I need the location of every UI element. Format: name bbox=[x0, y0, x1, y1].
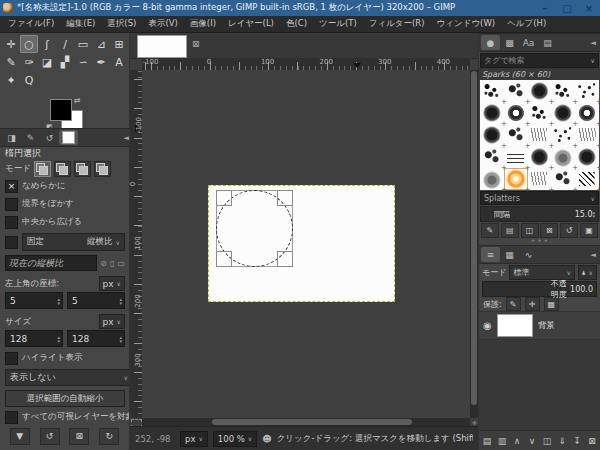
duplicate-layer-button[interactable]: ◫ bbox=[540, 434, 554, 447]
position-x-spinner[interactable]: 5 ▴▾ bbox=[5, 292, 63, 309]
foreground-color-swatch[interactable] bbox=[50, 99, 72, 121]
close-button[interactable]: × bbox=[578, 0, 600, 16]
landscape-icon[interactable]: ▭ bbox=[117, 259, 125, 268]
guides-dropdown[interactable]: 表示しない ∨ bbox=[5, 369, 133, 386]
brush-tag-entry[interactable]: Splatters ∨ bbox=[480, 191, 599, 205]
tool-zoom[interactable]: Q bbox=[20, 71, 38, 89]
layer-row[interactable]: ◉ 背景 bbox=[479, 311, 600, 340]
spin-down-icon[interactable]: ▾ bbox=[119, 301, 122, 305]
spin-down-icon[interactable]: ▾ bbox=[592, 214, 595, 218]
mode-subtract-button[interactable] bbox=[74, 161, 91, 177]
unit-dropdown[interactable]: px ∨ bbox=[180, 431, 208, 447]
fixed-dropdown[interactable]: 固定 縦横比 ∨ bbox=[22, 233, 125, 251]
navigation-button[interactable]: ✛ bbox=[471, 419, 478, 426]
auto-shrink-button[interactable]: 選択範囲の自動縮小 bbox=[5, 390, 125, 407]
horizontal-scrollbar[interactable] bbox=[142, 418, 470, 426]
tab-fonts[interactable]: Aa bbox=[519, 35, 538, 50]
tool-crop[interactable]: ⊿ bbox=[92, 35, 110, 53]
delete-layer-button[interactable]: ⊠ bbox=[585, 434, 599, 447]
vertical-scrollbar[interactable] bbox=[470, 70, 478, 418]
tab-device-status[interactable]: ✎ bbox=[21, 130, 40, 145]
tool-eraser[interactable]: ◪ bbox=[38, 53, 56, 71]
menu-item-10[interactable]: ヘルプ(H) bbox=[501, 18, 552, 30]
expand-from-center-checkbox[interactable]: 中央から広げる bbox=[5, 215, 127, 229]
raise-layer-button[interactable]: ∧ bbox=[510, 434, 524, 447]
tool-ink[interactable]: ✒ bbox=[92, 53, 110, 71]
highlight-checkbox[interactable]: ハイライト表示 bbox=[5, 351, 127, 365]
spin-down-icon[interactable]: ▾ bbox=[119, 339, 122, 343]
layer-thumbnail[interactable] bbox=[497, 314, 533, 337]
aspect-ratio-input[interactable]: 現在の縦横比 bbox=[5, 255, 97, 271]
lock-pixels-button[interactable]: ✎ bbox=[506, 297, 521, 311]
tool-paintbrush[interactable]: ✑ bbox=[20, 53, 38, 71]
selection-bounding-box[interactable] bbox=[216, 190, 293, 267]
position-unit-dropdown[interactable]: px ∨ bbox=[99, 276, 125, 291]
menu-item-1[interactable]: 編集(E) bbox=[60, 18, 101, 30]
menu-item-5[interactable]: レイヤー(L) bbox=[222, 18, 280, 30]
tool-ellipse-select[interactable]: ○ bbox=[20, 35, 38, 53]
clear-icon[interactable]: ⊘ bbox=[100, 259, 107, 268]
tab-layers[interactable]: ≡ bbox=[481, 247, 500, 262]
antialiasing-checkbox[interactable]: なめらかに bbox=[5, 179, 127, 193]
tab-document-history[interactable]: ▤ bbox=[538, 35, 557, 50]
tab-paths[interactable]: ∿ bbox=[519, 247, 538, 262]
tab-images[interactable] bbox=[59, 130, 78, 145]
tab-menu-icon[interactable]: ◄ bbox=[591, 39, 598, 47]
new-layer-group-button[interactable]: ▥ bbox=[495, 434, 509, 447]
save-preset-button[interactable]: ▼ bbox=[10, 428, 30, 445]
brush-cell[interactable] bbox=[480, 80, 504, 102]
brush-cell[interactable] bbox=[551, 80, 575, 102]
duplicate-brush-button[interactable]: ◫ bbox=[521, 223, 539, 238]
tab-menu-icon[interactable]: ◄ bbox=[591, 251, 598, 259]
delete-brush-button[interactable]: ⊠ bbox=[540, 223, 558, 238]
tab-tool-options[interactable]: ◨ bbox=[2, 130, 21, 145]
tool-move[interactable]: ✛ bbox=[2, 35, 20, 53]
tab-patterns[interactable]: ▩ bbox=[500, 35, 519, 50]
menu-item-4[interactable]: 画像(I) bbox=[184, 18, 222, 30]
tool-free-select[interactable]: ʃ bbox=[38, 35, 56, 53]
scrollbar-thumb[interactable] bbox=[471, 71, 477, 405]
minimize-button[interactable]: – bbox=[534, 0, 556, 16]
tab-brushes[interactable]: ● bbox=[481, 35, 500, 50]
sample-merged-checkbox[interactable]: すべての可視レイヤーを対象にする bbox=[5, 410, 129, 424]
fixed-checkbox[interactable] bbox=[5, 236, 18, 249]
tool-rectangle-select[interactable]: ▭ bbox=[74, 35, 92, 53]
menu-item-8[interactable]: フィルター(R) bbox=[363, 18, 431, 30]
brush-tag-search[interactable]: タグで検索 ∨ bbox=[480, 53, 599, 68]
restore-preset-button[interactable]: ↺ bbox=[40, 428, 60, 445]
menu-item-6[interactable]: 色(C) bbox=[280, 18, 313, 30]
tool-color-picker[interactable]: ✦ bbox=[2, 71, 20, 89]
scrollbar-thumb[interactable] bbox=[212, 419, 412, 425]
lock-position-button[interactable]: ✛ bbox=[525, 297, 540, 311]
spin-down-icon[interactable]: ▾ bbox=[57, 339, 60, 343]
new-layer-button[interactable]: ▤ bbox=[480, 434, 494, 447]
tool-unified-transform[interactable]: ⊞ bbox=[110, 35, 128, 53]
brush-cell[interactable] bbox=[575, 80, 599, 102]
brush-cell[interactable] bbox=[504, 80, 528, 102]
mode-switch-dropdown[interactable]: ◄ ∨ bbox=[578, 265, 597, 280]
anchor-layer-button[interactable]: ↧ bbox=[570, 434, 584, 447]
size-width-spinner[interactable]: 128 ▴▾ bbox=[5, 330, 63, 347]
tool-smudge[interactable]: ∽ bbox=[74, 53, 92, 71]
tool-measure[interactable]: ∕ bbox=[56, 35, 74, 53]
tool-text[interactable]: A bbox=[110, 53, 128, 71]
feather-edges-checkbox[interactable]: 境界をぼかす bbox=[5, 197, 127, 211]
menu-item-9[interactable]: ウィンドウ(W) bbox=[431, 18, 502, 30]
edit-brush-button[interactable]: ✎ bbox=[481, 223, 499, 238]
mode-add-button[interactable] bbox=[54, 161, 71, 177]
zoom-dropdown[interactable]: 100 % ∨ bbox=[213, 431, 257, 447]
selection-handle-bottom-left[interactable] bbox=[216, 251, 232, 267]
menu-item-7[interactable]: ツール(T) bbox=[313, 18, 363, 30]
mode-replace-button[interactable] bbox=[34, 161, 51, 177]
opacity-slider[interactable]: 不透明度 100.0 bbox=[482, 281, 597, 297]
maximize-button[interactable]: □ bbox=[556, 0, 578, 16]
tab-close-icon[interactable]: ⊠ bbox=[192, 39, 200, 49]
selection-handle-top-left[interactable] bbox=[216, 190, 232, 206]
brush-cell[interactable] bbox=[528, 80, 552, 102]
mode-intersect-button[interactable] bbox=[94, 161, 111, 177]
portrait-icon[interactable]: ▯ bbox=[110, 259, 114, 268]
image-canvas[interactable] bbox=[208, 185, 395, 302]
lower-layer-button[interactable]: ∨ bbox=[525, 434, 539, 447]
swap-colors-icon[interactable]: ⇄ bbox=[74, 96, 81, 105]
size-height-spinner[interactable]: 128 ▴▾ bbox=[67, 330, 125, 347]
